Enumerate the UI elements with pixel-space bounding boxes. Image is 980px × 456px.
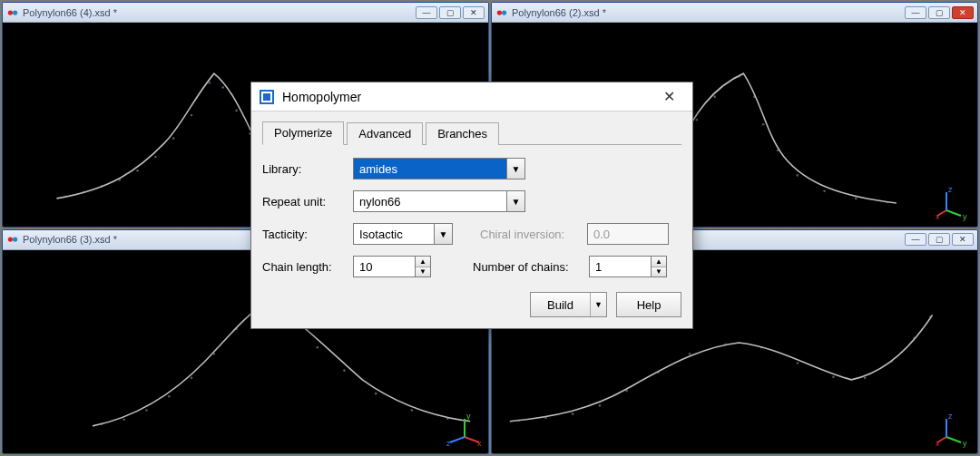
- svg-point-5: [119, 179, 122, 181]
- chevron-up-icon[interactable]: ▲: [416, 257, 430, 267]
- svg-point-2: [64, 196, 67, 199]
- svg-point-9: [191, 114, 193, 117]
- svg-point-28: [753, 95, 756, 98]
- svg-point-43: [101, 422, 103, 425]
- dialog-icon: [259, 89, 275, 105]
- library-combo-value: amides: [354, 159, 506, 179]
- tabstrip: Polymerize Advanced Branches: [262, 121, 681, 145]
- library-label: Library:: [262, 162, 346, 176]
- chevron-down-icon[interactable]: ▼: [652, 267, 666, 277]
- tab-advanced[interactable]: Advanced: [347, 122, 423, 145]
- svg-point-19: [502, 10, 506, 15]
- build-button-label: Build: [531, 293, 590, 316]
- chain-length-spinner[interactable]: 10 ▲ ▼: [353, 256, 431, 277]
- svg-point-73: [760, 345, 763, 348]
- homopolymer-dialog[interactable]: Homopolymer ✕ Polymerize Advanced Branch…: [250, 82, 693, 329]
- number-of-chains-label: Number of chains:: [473, 260, 582, 274]
- svg-point-70: [657, 371, 660, 374]
- minimize-button[interactable]: —: [416, 6, 437, 19]
- axes-gizmo: x y z: [936, 185, 972, 221]
- svg-point-79: [929, 315, 932, 318]
- build-button[interactable]: Build ▼: [530, 292, 607, 317]
- maximize-button[interactable]: ▢: [439, 6, 461, 19]
- svg-point-6: [136, 170, 139, 172]
- minimize-button[interactable]: —: [905, 6, 926, 19]
- chevron-down-icon[interactable]: ▼: [506, 191, 524, 211]
- svg-rect-87: [263, 93, 270, 101]
- svg-point-33: [855, 198, 858, 200]
- svg-point-1: [13, 10, 17, 15]
- svg-point-48: [213, 352, 216, 354]
- doc-icon: [6, 6, 19, 19]
- close-button[interactable]: ✕: [463, 6, 485, 19]
- chain-length-value[interactable]: 10: [353, 256, 415, 277]
- svg-text:y: y: [963, 212, 967, 221]
- dialog-titlebar[interactable]: Homopolymer ✕: [251, 82, 692, 112]
- tab-polymerize[interactable]: Polymerize: [262, 121, 344, 145]
- svg-point-69: [625, 389, 628, 392]
- svg-text:x: x: [936, 439, 940, 448]
- tacticity-combo[interactable]: Isotactic ▼: [353, 223, 453, 245]
- library-combo[interactable]: amides ▼: [353, 158, 525, 179]
- tab-branches[interactable]: Branches: [426, 122, 499, 145]
- svg-point-42: [13, 237, 17, 241]
- doc-window-4-titlebar[interactable]: Polynylon66 (4).xsd * — ▢ ✕: [3, 3, 488, 23]
- repeat-unit-combo[interactable]: nylon66 ▼: [353, 190, 525, 212]
- repeat-unit-combo-value: nylon66: [354, 191, 506, 211]
- minimize-button[interactable]: —: [905, 233, 926, 246]
- svg-point-8: [172, 137, 175, 140]
- svg-point-68: [599, 404, 602, 407]
- svg-line-81: [946, 437, 961, 442]
- svg-point-0: [8, 10, 13, 15]
- svg-text:z: z: [446, 439, 451, 448]
- svg-point-29: [762, 123, 765, 126]
- svg-point-32: [823, 189, 826, 192]
- maximize-button[interactable]: ▢: [928, 6, 950, 19]
- number-of-chains-spinner[interactable]: 1 ▲ ▼: [589, 256, 667, 277]
- svg-text:z: z: [948, 412, 953, 421]
- svg-text:y: y: [466, 412, 471, 421]
- help-button[interactable]: Help: [616, 292, 681, 317]
- axes-gizmo: x y z: [446, 412, 483, 448]
- maximize-button[interactable]: ▢: [928, 233, 950, 246]
- svg-point-78: [913, 336, 916, 339]
- chevron-up-icon[interactable]: ▲: [652, 257, 666, 267]
- svg-point-46: [168, 394, 171, 397]
- svg-point-53: [343, 369, 346, 372]
- help-button-label: Help: [637, 298, 662, 312]
- axes-gizmo: x y z: [936, 412, 972, 448]
- svg-point-49: [235, 327, 238, 330]
- dialog-body: Polymerize Advanced Branches Library: am…: [251, 112, 692, 328]
- chevron-down-icon[interactable]: ▼: [416, 267, 430, 277]
- chevron-down-icon[interactable]: ▼: [434, 224, 452, 244]
- chevron-down-icon[interactable]: ▼: [506, 159, 524, 179]
- doc-window-2-titlebar[interactable]: Polynylon66 (2).xsd * — ▢ ✕: [492, 3, 977, 23]
- doc-window-2-title: Polynylon66 (2).xsd *: [512, 7, 901, 18]
- svg-point-52: [316, 345, 318, 348]
- svg-point-18: [497, 10, 502, 15]
- svg-text:y: y: [963, 439, 967, 448]
- dialog-close-button[interactable]: ✕: [652, 87, 685, 107]
- svg-point-74: [797, 362, 799, 364]
- svg-point-41: [8, 237, 13, 241]
- svg-point-11: [221, 86, 224, 89]
- svg-point-26: [713, 95, 716, 98]
- svg-point-7: [154, 156, 157, 159]
- svg-point-31: [797, 174, 799, 177]
- svg-point-4: [101, 185, 103, 188]
- svg-point-10: [209, 82, 211, 84]
- tacticity-combo-value: Isotactic: [354, 224, 434, 244]
- svg-point-67: [572, 412, 574, 415]
- svg-line-36: [946, 210, 961, 216]
- svg-point-3: [83, 190, 85, 193]
- doc-window-4-title: Polynylon66 (4).xsd *: [23, 7, 412, 18]
- svg-point-25: [696, 119, 699, 121]
- dialog-title: Homopolymer: [282, 90, 645, 104]
- chevron-down-icon[interactable]: ▼: [590, 293, 606, 316]
- svg-point-30: [777, 149, 779, 151]
- svg-text:x: x: [936, 212, 940, 221]
- chain-length-label: Chain length:: [262, 260, 346, 274]
- close-button[interactable]: ✕: [952, 233, 974, 246]
- number-of-chains-value[interactable]: 1: [589, 256, 651, 277]
- close-button[interactable]: ✕: [952, 6, 974, 19]
